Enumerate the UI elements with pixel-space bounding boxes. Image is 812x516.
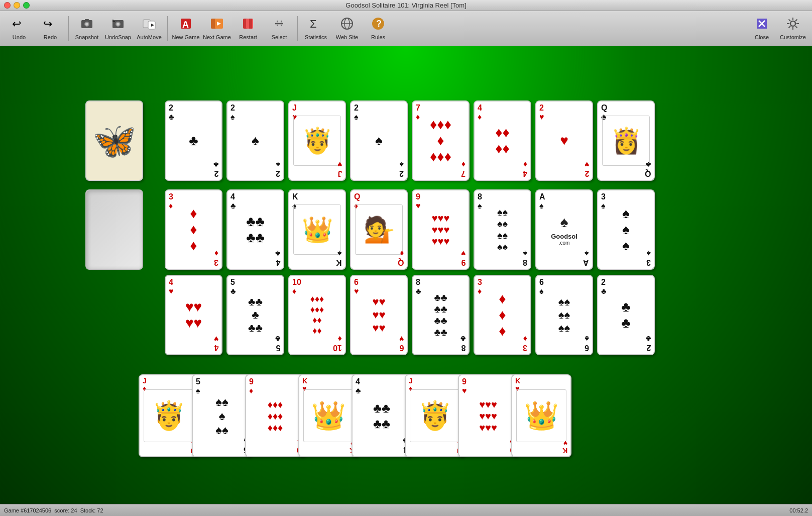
customize-icon xyxy=(786,17,800,33)
card-3d-r2[interactable]: 3♦ ♦♦♦ 3♦ xyxy=(165,189,222,270)
card-As-r2[interactable]: A♠ ♠ Goodsol .com A♠ xyxy=(535,189,593,270)
minimize-window-button[interactable] xyxy=(14,2,20,9)
card-4d-r1[interactable]: 4♦ ♦♦♦♦ 4♦ xyxy=(474,100,531,181)
card-br: A♠ xyxy=(583,249,589,267)
card-tl: 5♠ xyxy=(196,377,200,395)
close-button[interactable]: Close xyxy=(747,13,777,44)
statistics-button[interactable]: Σ Statistics xyxy=(301,13,331,44)
card-10d-r3[interactable]: 10♦ ♦♦♦♦♦♦♦♦♦♦ 10♦ xyxy=(288,275,346,355)
score: score: 24 xyxy=(54,507,77,513)
card-Jh-r1[interactable]: J♥ 🤴 J♥ xyxy=(288,100,346,181)
card-center: ♣♣♣♣♣♣♣♣ xyxy=(434,292,447,338)
card-center: ♦♦♦♦ xyxy=(495,125,510,157)
redo-label: Redo xyxy=(44,34,57,40)
card-3d-r3[interactable]: 3♦ ♦♦♦ 3♦ xyxy=(474,275,531,355)
card-tl: 3♦ xyxy=(169,192,173,210)
card-Jd-b6[interactable]: J♦ 🤴 J♦ xyxy=(405,374,465,457)
card-Ks-r2[interactable]: K♠ 👑 K♠ xyxy=(288,189,346,270)
butterfly-image: 🦋 xyxy=(92,120,136,161)
card-2h-r1[interactable]: 2♥ ♥ 2♥ xyxy=(535,100,593,181)
card-Kh-b8[interactable]: K♥ 👑 K♥ xyxy=(511,374,571,457)
snapshot-label: Snapshot xyxy=(75,34,98,40)
card-Kh-b4[interactable]: K♥ 👑 K♥ xyxy=(298,374,359,457)
rules-icon: ? xyxy=(371,17,385,33)
card-br: 2♣ xyxy=(213,160,219,178)
card-5s-b2[interactable]: 5♠ ♠♠♠♠♠ 5♠ xyxy=(192,374,252,457)
card-2c-r1[interactable]: 2♣ ♣ 2♣ xyxy=(165,100,222,181)
card-tl: 6♠ xyxy=(539,278,544,295)
card-8c-r3[interactable]: 8♣ ♣♣♣♣♣♣♣♣ 8♣ xyxy=(412,275,470,355)
close-label: Close xyxy=(755,34,769,40)
card-center: ♦♦♦ xyxy=(499,291,506,339)
card-2s-r1[interactable]: 2♠ ♠ 2♠ xyxy=(226,100,284,181)
card-3s-r2[interactable]: 3♠ ♠♠♠ 3♠ xyxy=(597,189,655,270)
newgame-icon: A xyxy=(179,17,193,33)
undosnap-button[interactable]: UndoSnap xyxy=(103,13,133,44)
redo-button[interactable]: ↪ Redo xyxy=(35,13,65,44)
stock: Stock: 72 xyxy=(80,507,103,513)
card-Qd-r2[interactable]: Q♦ 💁 Q♦ xyxy=(350,189,408,270)
card-br: 4♣ xyxy=(275,249,281,267)
card-center: ♦♦♦♦♦♦♦♦♦♦ xyxy=(310,294,324,336)
newgame-label: New Game xyxy=(172,34,199,40)
nextgame-label: Next Game xyxy=(203,34,231,40)
card-9h-b7[interactable]: 9♥ ♥♥♥♥♥♥♥♥♥ 9♥ xyxy=(458,374,518,457)
undosnap-label: UndoSnap xyxy=(105,34,131,40)
card-6h-r3[interactable]: 6♥ ♥♥♥♥♥♥ 6♥ xyxy=(350,275,408,355)
goodsol-brand: Goodsol xyxy=(551,233,577,240)
card-Jd-b1[interactable]: J♦ 🤴 J♦ xyxy=(139,374,199,457)
game-number: Game #617024506 xyxy=(4,507,51,513)
card-center: ♥♥♥♥♥♥♥♥♥ xyxy=(432,213,450,247)
card-9h-r2[interactable]: 9♥ ♥♥♥♥♥♥♥♥♥ 9♥ xyxy=(412,189,470,270)
card-center: ♥♥♥♥ xyxy=(185,299,202,331)
close-window-button[interactable] xyxy=(4,2,11,9)
card-center: ♣♣ xyxy=(621,299,630,331)
rules-label: Rules xyxy=(371,34,385,40)
maximize-window-button[interactable] xyxy=(23,2,30,9)
toolbar-separator-2 xyxy=(167,16,168,41)
svg-text:↩: ↩ xyxy=(12,18,21,30)
empty-pile-placeholder[interactable] xyxy=(85,189,143,270)
card-br: Q♣ xyxy=(645,160,651,178)
select-button[interactable]: Select xyxy=(264,13,294,44)
card-center: ♣♣♣♣ xyxy=(373,400,390,432)
card-br: Q♦ xyxy=(398,249,404,267)
svg-point-27 xyxy=(790,21,795,26)
card-8s-r2[interactable]: 8♠ ♠♠♠♠♠♠♠♠ 8♠ xyxy=(474,189,531,270)
automove-icon xyxy=(142,17,156,33)
card-2c-r3[interactable]: 2♣ ♣♣ 2♣ xyxy=(597,275,655,355)
card-2s2-r1[interactable]: 2♠ ♠ 2♠ xyxy=(350,100,408,181)
card-tl: 9♥ xyxy=(416,192,421,210)
card-br: 7♦ xyxy=(461,160,466,178)
card-7d-r1[interactable]: 7♦ ♦♦♦♦♦♦♦ 7♦ xyxy=(412,100,470,181)
automove-button[interactable]: AutoMove xyxy=(134,13,164,44)
newgame-button[interactable]: A New Game xyxy=(171,13,201,44)
goodsol-content: ♠ Goodsol .com xyxy=(538,204,590,255)
card-center: ♦♦♦♦♦♦♦ xyxy=(430,117,451,165)
card-9d-b3[interactable]: 9♦ ♦♦♦♦♦♦♦♦♦ 9♦ xyxy=(245,374,305,457)
card-center: ♠ xyxy=(375,133,383,149)
customize-label: Customize xyxy=(780,34,806,40)
card-br: 3♦ xyxy=(523,335,527,352)
card-4c-b5[interactable]: 4♣ ♣♣♣♣ 4♣ xyxy=(352,374,412,457)
card-5c-r3[interactable]: 5♣ ♣♣♣♣♣ 5♣ xyxy=(226,275,284,355)
card-Qc-r1[interactable]: Q♣ 👸 Q♣ xyxy=(597,100,655,181)
card-figure: 🤴 xyxy=(410,389,460,442)
rules-button[interactable]: ? Rules xyxy=(363,13,393,44)
card-tl: 2♣ xyxy=(601,278,607,295)
butterfly-card[interactable]: 🦋 xyxy=(85,100,143,181)
nextgame-button[interactable]: Next Game xyxy=(202,13,232,44)
snapshot-button[interactable]: Snapshot xyxy=(72,13,102,44)
card-tl: 8♠ xyxy=(478,192,482,210)
card-4h-r3[interactable]: 4♥ ♥♥♥♥ 4♥ xyxy=(165,275,222,355)
undo-button[interactable]: ↩ Undo xyxy=(4,13,34,44)
card-br: 3♦ xyxy=(214,249,218,267)
game-area[interactable]: 🦋 2♣ ♣ 2♣ 2♠ ♠ 2♠ J♥ 🤴 J♥ 2♠ ♠ 2♠ xyxy=(0,46,812,504)
card-4c-r2[interactable]: 4♣ ♣♣♣♣ 4♣ xyxy=(226,189,284,270)
card-figure: 👑 xyxy=(303,389,354,442)
card-6s-r3[interactable]: 6♠ ♠♠♠♠♠♠ 6♠ xyxy=(535,275,593,355)
customize-button[interactable]: Customize xyxy=(778,13,808,44)
restart-button[interactable]: Restart xyxy=(233,13,263,44)
website-button[interactable]: Web Site xyxy=(332,13,362,44)
redo-icon: ↪ xyxy=(43,17,57,33)
